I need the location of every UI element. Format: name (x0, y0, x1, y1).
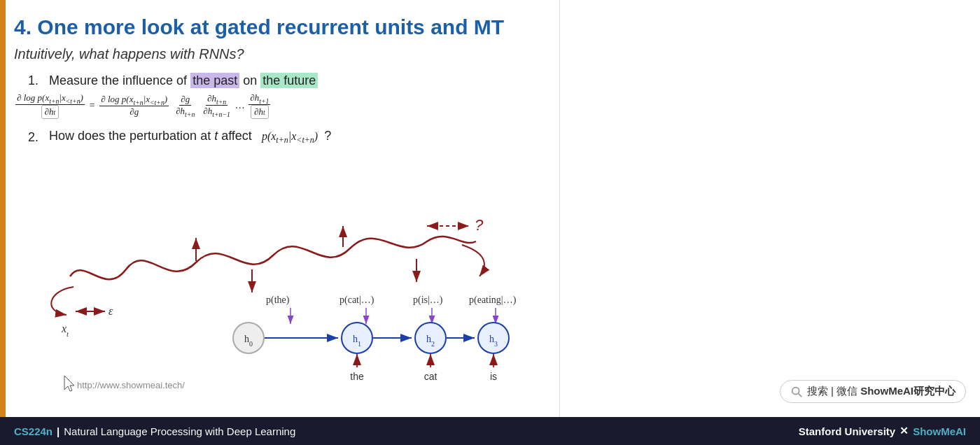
math-formula: ∂ log p(xt+n|x<t+n) ∂ht = ∂ log p(xt+n|x… (14, 92, 552, 120)
svg-text:p(is|…): p(is|…) (413, 295, 443, 306)
svg-line-41 (798, 393, 802, 397)
right-panel: 搜索 | 微信 ShowMeAI研究中心 (560, 0, 980, 417)
frac-rhs-last: ∂ht+1 ∂ht (248, 92, 270, 120)
frac-rhs2: ∂g ∂ht+n (174, 94, 196, 118)
highlight-future: the future (260, 73, 318, 88)
svg-text:p(cat|…): p(cat|…) (340, 295, 374, 306)
bottom-left: CS224n | Natural Language Processing wit… (14, 425, 295, 437)
frac-rhs3: ∂ht+n ∂ht+n−1 (202, 93, 232, 118)
search-text: 搜索 | 微信 ShowMeAI研究中心 (807, 385, 955, 398)
search-icon (790, 386, 803, 398)
pipe: | (57, 425, 59, 437)
search-box[interactable]: 搜索 | 微信 ShowMeAI研究中心 (780, 380, 966, 403)
svg-point-40 (792, 387, 799, 394)
svg-text:http://www.showmeai.tech/: http://www.showmeai.tech/ (77, 380, 185, 390)
slide-content: 4. One more look at gated recurrent unit… (14, 14, 552, 410)
svg-text:ε: ε (108, 305, 113, 317)
frac-rhs1: ∂ log p(xt+n|x<t+n) ∂g (99, 94, 169, 118)
svg-text:is: is (490, 371, 497, 382)
svg-text:p(the): p(the) (266, 295, 290, 306)
diagram-svg: ? ε xt p( (14, 199, 560, 402)
frac-lhs: ∂ log p(xt+n|x<t+n) ∂ht (15, 92, 85, 120)
highlight-past: the past (190, 73, 239, 88)
svg-text:p(eating|…): p(eating|…) (469, 295, 517, 306)
bottom-bar: CS224n | Natural Language Processing wit… (0, 417, 980, 445)
point1-text: Measure the influence of the past on the… (49, 73, 318, 88)
slide-area: 4. One more look at gated recurrent unit… (0, 0, 560, 417)
point2-text: How does the perturbation at t affect p(… (49, 129, 331, 146)
showmeai-text: ShowMeAI (913, 425, 966, 437)
diagram-area: ? ε xt p( (14, 199, 560, 409)
slide-title: 4. One more look at gated recurrent unit… (14, 14, 552, 41)
point2-label: 2. (28, 130, 45, 145)
point1-label: 1. (28, 73, 45, 88)
point2-row: 2. How does the perturbation at t affect… (28, 129, 552, 146)
svg-text:the: the (350, 371, 364, 382)
svg-text:?: ? (475, 216, 484, 234)
course-code: CS224n (14, 425, 52, 437)
slide-left-border (0, 0, 6, 417)
svg-text:cat: cat (424, 371, 438, 382)
x-mark: ✕ (899, 425, 909, 437)
stanford-text: Stanford University (799, 425, 895, 437)
svg-text:xt: xt (61, 323, 69, 338)
course-name: Natural Language Processing with Deep Le… (64, 425, 295, 437)
bottom-right: Stanford University ✕ ShowMeAI (799, 425, 966, 437)
slide-subtitle: Intuitively, what happens with RNNs? (14, 46, 552, 62)
